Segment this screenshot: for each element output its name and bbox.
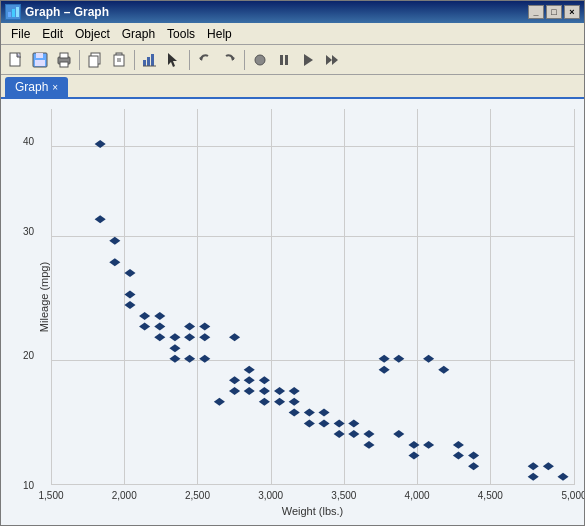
svg-rect-65 bbox=[304, 419, 315, 427]
tab-label: Graph bbox=[15, 80, 48, 94]
undo-button[interactable] bbox=[194, 49, 216, 71]
svg-rect-38 bbox=[154, 312, 165, 320]
menu-help[interactable]: Help bbox=[201, 25, 238, 43]
svg-rect-45 bbox=[184, 333, 195, 341]
play-button[interactable] bbox=[297, 49, 319, 71]
tab-close-button[interactable]: × bbox=[52, 82, 58, 93]
svg-rect-54 bbox=[244, 376, 255, 384]
svg-rect-56 bbox=[244, 366, 255, 374]
toolbar bbox=[1, 45, 584, 75]
svg-rect-47 bbox=[199, 322, 210, 330]
x-axis-label: Weight (lbs.) bbox=[282, 505, 344, 517]
svg-rect-0 bbox=[8, 12, 11, 17]
y-tick-10: 10 bbox=[23, 480, 34, 491]
fast-forward-button[interactable] bbox=[321, 49, 343, 71]
y-tick-30: 30 bbox=[23, 226, 34, 237]
x-tick-2000: 2,000 bbox=[112, 490, 137, 501]
menu-tools[interactable]: Tools bbox=[161, 25, 201, 43]
svg-rect-35 bbox=[124, 269, 135, 277]
svg-rect-62 bbox=[289, 387, 300, 395]
window-title: Graph – Graph bbox=[25, 5, 524, 19]
svg-rect-6 bbox=[35, 60, 45, 66]
svg-rect-43 bbox=[169, 355, 180, 363]
x-tick-1500: 1,500 bbox=[38, 490, 63, 501]
x-tick-2500: 2,500 bbox=[185, 490, 210, 501]
svg-rect-90 bbox=[543, 462, 554, 470]
chart-button[interactable] bbox=[139, 49, 161, 71]
menu-edit[interactable]: Edit bbox=[36, 25, 69, 43]
svg-rect-49 bbox=[199, 355, 210, 363]
svg-rect-46 bbox=[184, 355, 195, 363]
toolbar-separator-4 bbox=[244, 50, 245, 70]
svg-rect-36 bbox=[139, 312, 150, 320]
svg-rect-57 bbox=[259, 376, 270, 384]
svg-rect-61 bbox=[274, 387, 285, 395]
x-tick-4500: 4,500 bbox=[478, 490, 503, 501]
save-button[interactable] bbox=[29, 49, 51, 71]
new-button[interactable] bbox=[5, 49, 27, 71]
svg-rect-37 bbox=[139, 322, 150, 330]
svg-marker-26 bbox=[304, 54, 313, 66]
svg-rect-48 bbox=[199, 333, 210, 341]
maximize-button[interactable]: □ bbox=[546, 5, 562, 19]
title-bar: Graph – Graph _ □ × bbox=[1, 1, 584, 23]
svg-rect-51 bbox=[229, 376, 240, 384]
svg-rect-70 bbox=[334, 430, 345, 438]
window-controls: _ □ × bbox=[528, 5, 580, 19]
svg-rect-41 bbox=[169, 333, 180, 341]
menu-file[interactable]: File bbox=[5, 25, 36, 43]
main-window: Graph – Graph _ □ × File Edit Object Gra… bbox=[0, 0, 585, 526]
svg-rect-25 bbox=[285, 55, 288, 65]
svg-rect-63 bbox=[289, 409, 300, 417]
svg-rect-77 bbox=[393, 355, 404, 363]
svg-rect-86 bbox=[468, 451, 479, 459]
svg-rect-72 bbox=[348, 430, 359, 438]
svg-rect-32 bbox=[109, 258, 120, 266]
svg-rect-42 bbox=[169, 344, 180, 352]
y-tick-40: 40 bbox=[23, 136, 34, 147]
svg-rect-29 bbox=[95, 140, 106, 148]
svg-rect-69 bbox=[334, 419, 345, 427]
minimize-button[interactable]: _ bbox=[528, 5, 544, 19]
svg-rect-76 bbox=[379, 366, 390, 374]
svg-marker-20 bbox=[168, 53, 177, 67]
svg-rect-68 bbox=[318, 419, 329, 427]
toolbar-separator-1 bbox=[79, 50, 80, 70]
svg-rect-85 bbox=[453, 451, 464, 459]
toolbar-separator-3 bbox=[189, 50, 190, 70]
svg-rect-5 bbox=[36, 53, 43, 58]
tab-bar: Graph × bbox=[1, 75, 584, 99]
svg-rect-1 bbox=[12, 9, 15, 17]
svg-marker-28 bbox=[332, 55, 338, 65]
y-axis-label: Mileage (mpg) bbox=[38, 262, 50, 332]
svg-rect-16 bbox=[143, 60, 146, 66]
paste-button[interactable] bbox=[108, 49, 130, 71]
pause-button[interactable] bbox=[273, 49, 295, 71]
y-tick-20: 20 bbox=[23, 350, 34, 361]
svg-rect-39 bbox=[154, 333, 165, 341]
svg-rect-82 bbox=[423, 355, 434, 363]
svg-rect-24 bbox=[280, 55, 283, 65]
redo-button[interactable] bbox=[218, 49, 240, 71]
print-button[interactable] bbox=[53, 49, 75, 71]
svg-rect-80 bbox=[408, 451, 419, 459]
svg-rect-91 bbox=[557, 473, 568, 481]
svg-rect-87 bbox=[468, 462, 479, 470]
graph-tab[interactable]: Graph × bbox=[5, 77, 68, 97]
menu-bar: File Edit Object Graph Tools Help bbox=[1, 23, 584, 45]
select-button[interactable] bbox=[163, 49, 185, 71]
app-icon bbox=[5, 4, 21, 20]
svg-rect-67 bbox=[318, 409, 329, 417]
svg-rect-66 bbox=[304, 409, 315, 417]
record-button[interactable] bbox=[249, 49, 271, 71]
graph-container: Mileage (mpg) Weight (lbs.) 10 20 30 40 … bbox=[1, 99, 584, 525]
copy-button[interactable] bbox=[84, 49, 106, 71]
svg-point-23 bbox=[255, 55, 265, 65]
menu-graph[interactable]: Graph bbox=[116, 25, 161, 43]
svg-rect-58 bbox=[259, 398, 270, 406]
close-button[interactable]: × bbox=[564, 5, 580, 19]
menu-object[interactable]: Object bbox=[69, 25, 116, 43]
toolbar-separator-2 bbox=[134, 50, 135, 70]
svg-rect-83 bbox=[438, 366, 449, 374]
svg-rect-17 bbox=[147, 57, 150, 66]
